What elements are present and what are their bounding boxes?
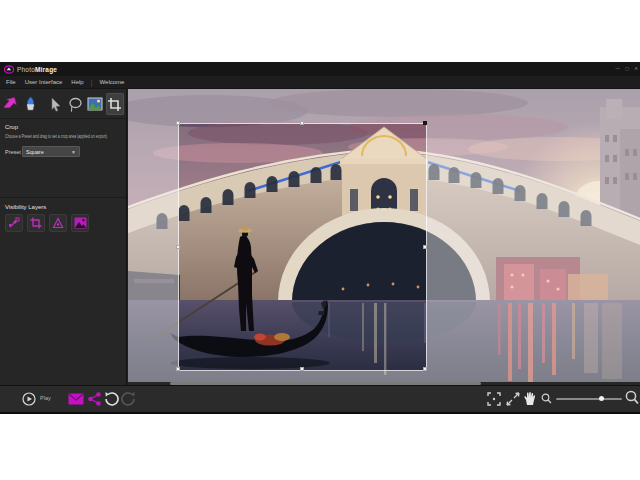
menu-separator: | bbox=[91, 79, 93, 86]
visibility-crop-button[interactable] bbox=[27, 214, 45, 232]
redo-icon bbox=[121, 391, 136, 406]
crop-panel-title: Crop bbox=[5, 124, 121, 130]
undo-button[interactable] bbox=[104, 391, 119, 406]
menu-file[interactable]: File bbox=[6, 79, 16, 85]
undo-icon bbox=[104, 391, 119, 406]
close-icon[interactable]: ✕ bbox=[634, 66, 638, 72]
menu-bar: File User Interface Help | Welcome bbox=[0, 76, 640, 89]
chevron-down-icon: ▼ bbox=[71, 149, 76, 155]
zoom-out-button[interactable] bbox=[541, 393, 552, 404]
zoom-in-icon bbox=[625, 390, 639, 405]
image-layer-icon bbox=[74, 217, 87, 229]
anchor-point-tool[interactable] bbox=[22, 93, 41, 115]
crop-panel: Crop Choose a Preset and drag to set a c… bbox=[0, 119, 126, 157]
visibility-image-button[interactable] bbox=[71, 214, 89, 232]
zoom-slider-track[interactable] bbox=[556, 398, 622, 400]
crop-tool[interactable] bbox=[106, 93, 125, 115]
photo-canvas[interactable] bbox=[128, 89, 640, 385]
crop-dim-left bbox=[128, 123, 178, 371]
crop-dim-right bbox=[427, 123, 640, 371]
tools-toolbar bbox=[0, 89, 126, 119]
email-button[interactable] bbox=[68, 393, 84, 405]
left-panel: Crop Choose a Preset and drag to set a c… bbox=[0, 89, 127, 385]
crop-handle-sw[interactable] bbox=[176, 367, 180, 371]
zoom-in-button[interactable] bbox=[625, 390, 639, 405]
play-icon bbox=[22, 392, 36, 406]
crop-handle-ne[interactable] bbox=[423, 121, 427, 125]
window-controls: — ▢ ✕ bbox=[615, 66, 638, 72]
redo-button[interactable] bbox=[121, 391, 136, 406]
crop-panel-description: Choose a Preset and drag to set a crop a… bbox=[5, 133, 120, 138]
zoom-slider-thumb[interactable] bbox=[599, 396, 604, 401]
crop-handle-s[interactable] bbox=[300, 367, 304, 371]
photo-icon bbox=[87, 97, 103, 111]
select-arrow-icon bbox=[49, 97, 63, 112]
crop-handle-nw[interactable] bbox=[176, 121, 180, 125]
visibility-anchors-button[interactable] bbox=[49, 214, 67, 232]
visibility-motion-arrows-button[interactable] bbox=[5, 214, 23, 232]
fit-to-screen-button[interactable] bbox=[487, 392, 501, 406]
visibility-panel: Visibility Layers bbox=[0, 197, 126, 232]
app-title-bold: Mirage bbox=[35, 66, 57, 73]
preset-label: Preset bbox=[5, 149, 22, 155]
play-label: Play bbox=[40, 395, 51, 401]
motion-arrow-tool-icon bbox=[4, 96, 19, 112]
share-button[interactable] bbox=[88, 392, 101, 406]
crop-selection[interactable] bbox=[178, 123, 427, 371]
share-icon bbox=[88, 392, 101, 406]
crop-tool-icon bbox=[107, 97, 122, 112]
zoom-out-icon bbox=[541, 393, 552, 404]
lasso-icon bbox=[68, 97, 83, 112]
title-bar: PhotoMirage — ▢ ✕ bbox=[0, 62, 640, 76]
visibility-layer-buttons bbox=[5, 214, 121, 232]
actual-size-button[interactable] bbox=[506, 392, 520, 406]
preset-value: Square bbox=[26, 149, 44, 155]
actual-size-icon bbox=[506, 392, 520, 406]
maximize-icon[interactable]: ▢ bbox=[625, 66, 629, 72]
select-tool[interactable] bbox=[47, 93, 66, 115]
anchor-layer-icon bbox=[52, 217, 64, 229]
app-window: PhotoMirage — ▢ ✕ File User Interface He… bbox=[0, 62, 640, 412]
motion-arrow-tool[interactable] bbox=[2, 93, 21, 115]
motion-arrows-layer-icon bbox=[8, 217, 20, 229]
menu-user-interface[interactable]: User Interface bbox=[25, 79, 63, 85]
fit-screen-icon bbox=[487, 392, 501, 406]
photo-tool[interactable] bbox=[86, 93, 105, 115]
crop-dim-top bbox=[128, 89, 640, 123]
menu-help[interactable]: Help bbox=[71, 79, 83, 85]
crop-handle-se[interactable] bbox=[423, 367, 427, 371]
app-logo-icon bbox=[4, 65, 14, 74]
crop-handle-e[interactable] bbox=[423, 245, 427, 249]
play-button[interactable] bbox=[22, 392, 36, 406]
preset-row: Preset Square ▼ bbox=[5, 146, 121, 157]
visibility-panel-title: Visibility Layers bbox=[5, 204, 121, 210]
app-title-regular: Photo bbox=[17, 66, 35, 73]
crop-handle-n[interactable] bbox=[300, 121, 304, 125]
lasso-tool[interactable] bbox=[67, 93, 86, 115]
crop-layer-icon bbox=[30, 217, 42, 229]
preset-dropdown[interactable]: Square ▼ bbox=[22, 146, 80, 157]
anchor-point-tool-icon bbox=[23, 96, 38, 112]
crop-handle-w[interactable] bbox=[176, 245, 180, 249]
app-window-bottom-edge bbox=[0, 412, 640, 414]
menu-welcome[interactable]: Welcome bbox=[100, 79, 125, 85]
pan-button[interactable] bbox=[523, 391, 536, 406]
bottom-toolbar: Play bbox=[0, 385, 640, 412]
hand-pan-icon bbox=[523, 391, 536, 406]
minimize-icon[interactable]: — bbox=[615, 66, 620, 72]
app-title: PhotoMirage bbox=[17, 66, 57, 73]
email-icon bbox=[68, 393, 84, 405]
